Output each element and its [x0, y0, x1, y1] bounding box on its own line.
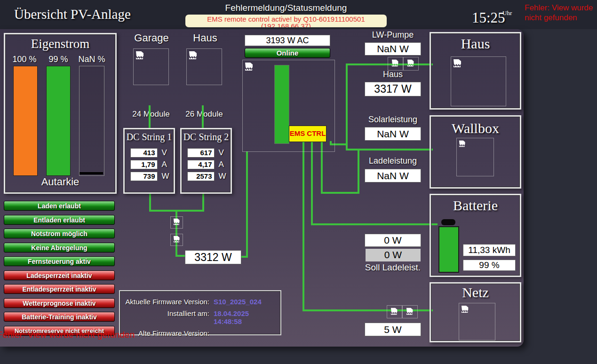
view-error-message-bottom: Fehler: View wurde nicht gefunden	[0, 330, 135, 340]
haus-source-label: Haus	[187, 32, 223, 44]
netz-meter-image-placeholder-2	[402, 305, 418, 318]
eigenstrom-bar-empty-zero-mark	[80, 172, 103, 174]
netz-panel-title: Netz	[431, 285, 520, 301]
wire-wallbox-u-bottom	[321, 192, 359, 194]
haus-panel-title: Haus	[431, 36, 520, 52]
status-keine-abregelung[interactable]: Keine Abregelung	[4, 243, 115, 253]
dc2-voltage-unit: V	[219, 148, 225, 158]
dc2-voltage: 617	[187, 148, 215, 158]
haus-image-placeholder	[186, 48, 222, 85]
firmware-old-label: Alte Firmware Version:	[123, 329, 209, 337]
battery-level-bar	[438, 226, 459, 273]
status-notstrom-moeglich[interactable]: Notstrom möglich	[4, 229, 115, 238]
dc2-power-unit: W	[219, 172, 225, 181]
dc2-current-unit: A	[219, 160, 225, 169]
status-wetterprognose[interactable]: Wetterprognose inaktiv	[4, 298, 115, 308]
inverter-ac-power: 3193 W AC	[245, 35, 330, 46]
dc1-current-unit: A	[162, 160, 168, 169]
view-error-message-top: Fehler: View wurde nicht gefunden	[525, 3, 595, 23]
dc1-current: 1,79	[130, 160, 158, 169]
broken-image-icon	[391, 59, 399, 67]
haus-modules-label: 26 Module	[183, 110, 226, 119]
dc2-current: 4,17	[187, 160, 215, 169]
pv-overview-screen: Übersicht PV-Anlage Fehlermeldung/Status…	[0, 0, 597, 364]
garage-label: Garage	[130, 32, 173, 44]
haus-meter-image-placeholder-2	[403, 57, 419, 71]
wire-garage-dc1	[149, 105, 151, 128]
bar-label-nan: NaN %	[78, 55, 105, 65]
ladeleistung-value: NaN W	[365, 169, 421, 182]
wire-batterie-drop	[311, 141, 313, 225]
haus-panel[interactable]: Haus	[430, 32, 521, 110]
wallbox-panel-title: Wallbox	[431, 120, 520, 136]
firmware-info-box: Aktuelle Firmware Version: S10_2025_024 …	[119, 290, 281, 335]
wire-into-dc-total	[175, 255, 186, 257]
ems-remote-notice-line2: (192.168.66.37)	[185, 23, 387, 27]
status-message-heading: Fehlermeldung/Statusmeldung	[187, 3, 385, 13]
netz-panel[interactable]: Netz	[430, 282, 521, 342]
firmware-current-label: Aktuelle Firmware Version:	[123, 298, 209, 306]
inverter-power-bar	[274, 65, 289, 144]
inverter-online-button[interactable]: Online	[245, 48, 330, 58]
eigenstrom-bar-orange	[13, 66, 38, 176]
status-ladesperrzeit[interactable]: Ladesperrzeit inaktiv	[4, 270, 115, 280]
netz-meter-image-placeholder-1	[387, 305, 402, 318]
dc-string-2-panel: DC String 2 617V 4,17A 2573W	[180, 128, 232, 194]
status-entladen-erlaubt[interactable]: Entladen erlaubt	[4, 215, 115, 225]
garage-modules-label: 24 Module	[129, 110, 173, 119]
wire-dc2-down	[202, 193, 204, 212]
garage-image-placeholder	[133, 48, 169, 85]
wire-haus-dc2	[202, 105, 204, 128]
eigenstrom-bar-green	[46, 66, 71, 176]
broken-image-icon	[406, 308, 414, 315]
eigenstrom-title: Eigenstrom	[18, 37, 103, 51]
bar-label-pv1: 100 %	[9, 55, 40, 64]
broken-image-icon	[135, 51, 145, 60]
broken-image-icon	[245, 62, 254, 71]
dc-total-power: 3312 W	[185, 250, 241, 264]
lw-pumpe-label: LW-Pumpe	[365, 30, 421, 40]
ems-ctrl-badge[interactable]: EMS CTRL	[289, 126, 326, 142]
wire-dc1-down	[149, 193, 151, 212]
ems-remote-notice-line1: EMS remote control active! by Q10-601911…	[185, 16, 387, 23]
netz-panel-image-placeholder	[459, 303, 495, 340]
haus-panel-image-placeholder	[451, 56, 506, 106]
battery-energy-value: 11,33 kWh	[463, 244, 516, 256]
dc-string-2-title: DC String 2	[182, 132, 231, 142]
status-laden-erlaubt[interactable]: Laden erlaubt	[4, 201, 115, 211]
batterie-panel-title: Batterie	[431, 198, 520, 214]
dc2-power: 2573	[187, 172, 215, 181]
status-fernsteuerung-aktiv[interactable]: Fernsteuerung aktiv	[4, 256, 115, 266]
lw-pumpe-value: NaN W	[365, 42, 421, 55]
solarleistung-value: NaN W	[365, 127, 421, 141]
broken-image-icon	[407, 59, 415, 67]
broken-image-icon	[390, 308, 398, 315]
dc1-power-unit: W	[162, 172, 168, 181]
firmware-installed-value: 18.04.2025 14:48:58	[214, 309, 278, 325]
bar-label-pv2: 99 %	[43, 55, 73, 64]
status-batterie-training[interactable]: Batterie-Training inaktiv	[4, 312, 115, 322]
firmware-old-value	[214, 329, 278, 337]
wire-batterie-run	[311, 223, 438, 225]
dc-meter-image-placeholder-2	[170, 234, 183, 246]
eigenstrom-bar-empty	[79, 66, 104, 176]
soll-ladeleistung-value-1: 0 W	[365, 234, 421, 247]
solarleistung-label: Solarleistung	[365, 115, 421, 125]
dc-meter-image-placeholder-1	[170, 216, 183, 229]
status-entladesperrzeit[interactable]: Entladesperrzeit inaktiv	[4, 284, 115, 294]
firmware-current-value: S10_2025_024	[214, 298, 278, 306]
dc1-voltage: 413	[130, 148, 158, 158]
clock: 15:25	[472, 9, 505, 26]
wallbox-panel[interactable]: Wallbox	[430, 115, 521, 189]
dc1-power: 739	[130, 172, 158, 181]
ems-remote-notice: EMS remote control active! by Q10-601911…	[185, 15, 387, 27]
broken-image-icon	[173, 236, 181, 243]
broken-image-icon	[189, 51, 198, 60]
wire-dc-riser	[246, 151, 248, 258]
battery-terminal-icon	[441, 219, 455, 225]
battery-soc-value: 99 %	[463, 260, 516, 271]
ladeleistung-label: Ladeleistung	[365, 156, 421, 166]
haus-meter-image-placeholder-1	[388, 57, 403, 71]
wallbox-panel-image-placeholder	[456, 138, 494, 176]
batterie-panel[interactable]: Batterie 11,33 kWh 99 %	[430, 194, 521, 277]
